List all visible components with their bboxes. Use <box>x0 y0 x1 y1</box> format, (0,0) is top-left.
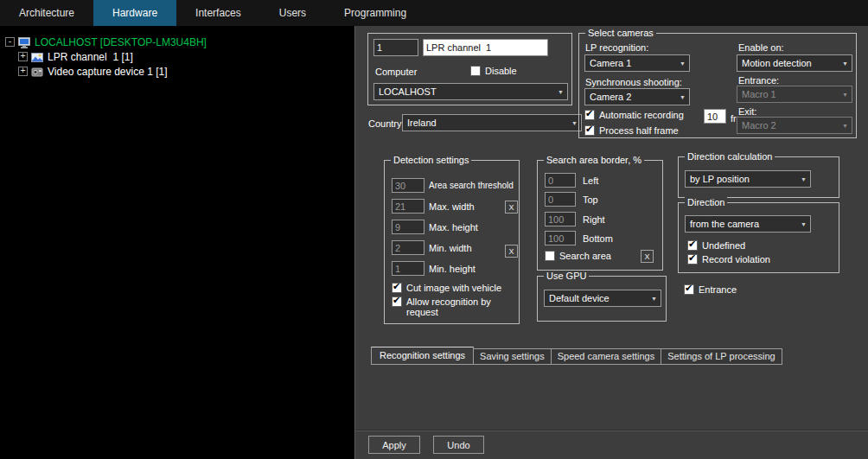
cut-image-checkbox[interactable]: ✔ Cut image with vehicle <box>392 283 501 294</box>
menu-item-programming[interactable]: Programming <box>325 0 425 26</box>
checkbox-box[interactable]: ✔ <box>687 254 698 265</box>
min-height-input[interactable] <box>392 261 424 276</box>
synchronous-shooting-select[interactable]: Camera 2 ▼ <box>584 88 690 105</box>
computer-select[interactable]: LOCALHOST ▼ <box>373 83 568 100</box>
chevron-down-icon: ▼ <box>797 221 810 227</box>
tree-node-localhost[interactable]: - LOCALHOST [DESKTOP-LM3U4BH] <box>0 35 354 49</box>
entrance-macro-select[interactable]: Macro 1 ▼ <box>737 86 852 103</box>
checkbox-label: Record violation <box>702 254 770 265</box>
border-top-input[interactable] <box>545 192 576 207</box>
apply-button[interactable]: Apply <box>368 436 420 454</box>
checkbox-label: Automatic recording <box>599 110 684 121</box>
selected-value: Macro 2 <box>737 120 839 131</box>
tab-speed-camera-settings[interactable]: Speed camera settings <box>551 348 662 365</box>
tree-node-label: Video capture device 1 [1] <box>48 66 168 78</box>
tree-node-label: LPR channel 1 [1] <box>48 51 133 63</box>
max-height-input[interactable] <box>392 220 424 234</box>
checkbox-box[interactable] <box>470 66 481 76</box>
menu-item-hardware[interactable]: Hardware <box>93 0 176 26</box>
group-title: Direction <box>685 197 727 207</box>
entrance-checkbox[interactable]: ✔ Entrance <box>684 284 737 296</box>
checkbox-box[interactable]: ✔ <box>392 296 402 307</box>
gpu-device-select[interactable]: Default device ▼ <box>544 290 661 307</box>
direction-calculation-group: Direction calculation by LP position ▼ <box>678 156 839 198</box>
check-icon: ✔ <box>688 239 696 250</box>
tree-node-lpr-channel[interactable]: + LPR channel 1 [1] <box>0 49 354 64</box>
checkbox-box[interactable] <box>545 251 555 261</box>
tab-recognition-settings[interactable]: Recognition settings <box>371 347 474 365</box>
selected-value: LOCALHOST <box>374 86 554 97</box>
min-width-label: Min. width <box>429 243 472 253</box>
menu-item-users[interactable]: Users <box>260 0 325 26</box>
exit-macro-select[interactable]: Macro 2 ▼ <box>737 117 852 134</box>
checkbox-label: Allow recognition by request <box>406 296 495 317</box>
allow-recognition-checkbox[interactable]: ✔ Allow recognition by request <box>392 296 495 317</box>
collapse-icon[interactable]: - <box>5 37 15 47</box>
country-select[interactable]: Ireland ▼ <box>402 114 582 131</box>
checkbox-label: Undefined <box>702 240 745 252</box>
tab-settings-of-lp-processing[interactable]: Settings of LP processing <box>661 348 782 365</box>
min-size-x-button[interactable]: X <box>505 245 518 258</box>
checkbox-label: Entrance <box>699 284 737 296</box>
border-right-label: Right <box>583 214 605 225</box>
checkbox-box[interactable]: ✔ <box>392 283 402 293</box>
menu-item-interfaces[interactable]: Interfaces <box>176 0 260 26</box>
checkbox-label: Process half frame <box>599 125 679 137</box>
border-bottom-input[interactable] <box>545 231 576 245</box>
automatic-recording-checkbox[interactable]: ✔ Automatic recording <box>584 110 684 121</box>
disable-checkbox[interactable]: Disable <box>470 66 517 77</box>
computer-label: Computer <box>375 67 417 77</box>
country-label: Country: <box>368 118 405 129</box>
lp-recognition-select[interactable]: Camera 1 ▼ <box>584 54 690 72</box>
lpr-channel-icon <box>31 51 44 62</box>
menu-item-architecture[interactable]: Architecture <box>0 0 93 26</box>
search-area-border-group: Search area border, % Left Top Right Bot… <box>537 160 663 271</box>
tree-node-video-capture[interactable]: + Video capture device 1 [1] <box>0 64 354 79</box>
process-half-frame-checkbox[interactable]: ✔ Process half frame <box>584 125 679 137</box>
checkbox-box[interactable]: ✔ <box>687 240 698 251</box>
check-icon: ✔ <box>685 283 692 294</box>
checkbox-box[interactable]: ✔ <box>584 110 595 120</box>
direction-calculation-select[interactable]: by LP position ▼ <box>685 170 811 188</box>
border-right-input[interactable] <box>545 212 576 226</box>
max-width-input[interactable] <box>392 199 424 214</box>
expand-icon[interactable]: + <box>18 52 28 61</box>
group-title: Search area border, % <box>544 155 644 165</box>
min-width-input[interactable] <box>392 240 424 255</box>
selected-value: from the camera <box>686 219 797 229</box>
expand-icon[interactable]: + <box>18 67 28 76</box>
enable-on-label: Enable on: <box>738 42 784 53</box>
exit-macro-label: Exit: <box>738 106 756 117</box>
enable-on-select[interactable]: Motion detection ▼ <box>737 54 852 72</box>
selected-value: Camera 2 <box>585 92 676 102</box>
checkbox-label: Disable <box>485 66 517 77</box>
chevron-down-icon: ▼ <box>839 61 852 67</box>
select-cameras-group: Select cameras LP recognition: Camera 1 … <box>578 33 857 138</box>
selected-value: Default device <box>545 293 648 303</box>
area-search-threshold-input[interactable] <box>392 178 424 193</box>
checkbox-box[interactable]: ✔ <box>584 125 595 136</box>
search-area-x-button[interactable]: X <box>641 250 654 263</box>
record-violation-checkbox[interactable]: ✔ Record violation <box>687 254 770 265</box>
selected-value: Motion detection <box>737 58 839 68</box>
channel-name-input[interactable] <box>423 39 548 56</box>
entrance-macro-label: Entrance: <box>738 75 779 86</box>
area-search-threshold-label: Area search threshold <box>429 181 514 190</box>
min-height-label: Min. height <box>429 264 475 274</box>
tab-saving-settings[interactable]: Saving settings <box>473 348 552 365</box>
checkbox-box[interactable]: ✔ <box>684 284 694 295</box>
border-left-input[interactable] <box>545 173 576 188</box>
settings-panel: Computer Disable LOCALHOST ▼ Country: Ir… <box>354 26 868 459</box>
chevron-down-icon: ▼ <box>676 61 689 67</box>
chevron-down-icon: ▼ <box>648 296 661 302</box>
recording-duration-input[interactable] <box>704 109 726 124</box>
selected-value: by LP position <box>686 174 797 184</box>
chevron-down-icon: ▼ <box>797 176 810 182</box>
undo-button[interactable]: Undo <box>433 436 484 454</box>
search-area-checkbox[interactable]: Search area <box>545 251 611 262</box>
channel-number-input[interactable] <box>373 39 418 56</box>
device-tree-panel: - LOCALHOST [DESKTOP-LM3U4BH] + <box>0 26 354 459</box>
undefined-checkbox[interactable]: ✔ Undefined <box>687 240 745 252</box>
max-size-x-button[interactable]: X <box>505 201 518 214</box>
direction-select[interactable]: from the camera ▼ <box>685 215 811 233</box>
